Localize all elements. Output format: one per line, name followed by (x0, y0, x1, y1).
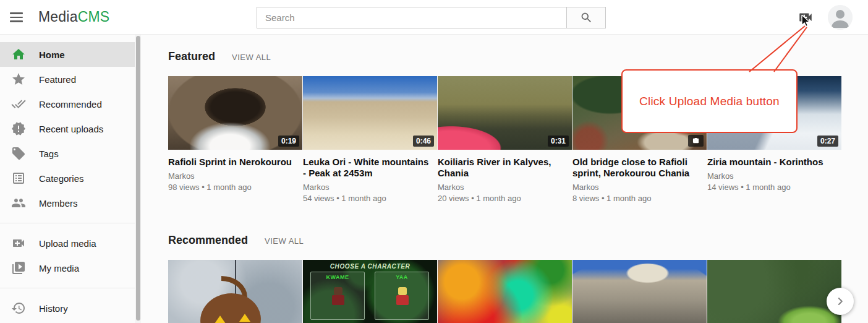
video-card[interactable]: CHOOSE A CHARACTER KWAME YAA Selected Se… (303, 260, 437, 323)
section-title-featured: Featured (168, 50, 215, 63)
search-input[interactable] (257, 7, 567, 28)
video-meta: 20 views • 1 month ago (438, 194, 572, 203)
character-name: KWAME (311, 274, 364, 280)
sidebar-item-recent-uploads[interactable]: Recent uploads (0, 116, 135, 141)
video-thumbnail[interactable] (707, 260, 841, 323)
sidebar-item-my-media[interactable]: My media (0, 256, 135, 280)
recommended-card-row: CHOOSE A CHARACTER KWAME YAA Selected Se… (168, 260, 868, 323)
character-sprite (396, 295, 409, 305)
sidebar-item-label: Home (39, 50, 65, 60)
section-title-recommended: Recommended (168, 234, 248, 247)
video-author[interactable]: Markos (168, 171, 302, 181)
video-title[interactable]: Leuka Ori - White mountains - Peak at 24… (303, 157, 437, 179)
pumpkin-eye (215, 316, 226, 323)
character-name: YAA (375, 274, 428, 280)
video-thumbnail[interactable] (438, 260, 572, 323)
sidebar-item-label: Recommended (39, 99, 102, 110)
video-card[interactable] (168, 260, 302, 323)
video-thumbnail[interactable]: 0:19 (168, 76, 302, 150)
sidebar-item-label: History (39, 303, 68, 314)
search-button[interactable] (567, 7, 606, 28)
video-meta: 8 views • 1 month ago (572, 194, 707, 203)
video-author[interactable]: Markos (438, 183, 572, 192)
double-check-icon (11, 97, 26, 111)
video-card[interactable] (707, 260, 841, 323)
logo[interactable]: MediaCMS (38, 9, 109, 25)
user-avatar[interactable] (828, 5, 853, 30)
new-releases-icon (11, 121, 26, 136)
video-library-icon (11, 261, 26, 275)
chevron-right-icon (832, 293, 848, 309)
search-icon (580, 11, 593, 24)
recommended-view-all-link[interactable]: VIEW ALL (265, 236, 304, 246)
video-thumbnail[interactable]: 0:46 (303, 76, 437, 150)
search-bar (257, 7, 606, 28)
sidebar-scrollbar-thumb[interactable] (136, 36, 140, 321)
sidebar-item-tags[interactable]: Tags (0, 141, 135, 166)
people-icon (11, 196, 26, 210)
sidebar-item-recommended[interactable]: Recommended (0, 92, 135, 116)
video-author[interactable]: Markos (707, 171, 841, 181)
video-title[interactable]: Ziria mountain - Korinthos (707, 157, 841, 168)
video-thumbnail[interactable] (168, 260, 302, 323)
video-call-icon (11, 236, 26, 251)
list-icon (11, 171, 26, 186)
carousel-next-button[interactable] (827, 288, 854, 315)
sidebar-divider (0, 288, 135, 288)
character-panel-left: KWAME (310, 272, 365, 320)
video-title[interactable]: Rafioli Sprint in Nerokourou (168, 157, 302, 168)
featured-section-header: Featured VIEW ALL (168, 50, 868, 63)
top-bar: MediaCMS (0, 0, 868, 35)
sidebar-item-label: Upload media (39, 238, 96, 249)
video-title[interactable]: Koiliaris River in Kalyves, Chania (438, 157, 572, 179)
sidebar-item-featured[interactable]: Featured (0, 67, 135, 92)
video-call-icon (798, 9, 814, 25)
sidebar-item-label: Recent uploads (39, 124, 103, 134)
upload-media-button[interactable] (798, 9, 814, 25)
video-thumbnail[interactable]: 0:31 (438, 76, 572, 150)
sidebar-item-label: Featured (39, 74, 76, 85)
video-card[interactable]: 0:19 Rafioli Sprint in Nerokourou Markos… (168, 76, 302, 203)
video-card[interactable]: 0:31 Koiliaris River in Kalyves, Chania … (438, 76, 572, 203)
duration-badge: 0:46 (413, 136, 434, 147)
star-icon (11, 72, 26, 87)
sidebar-item-categories[interactable]: Categories (0, 166, 135, 191)
character-sprite (334, 287, 343, 295)
pumpkin-eye (239, 314, 250, 322)
duration-badge: 0:31 (548, 136, 569, 147)
video-meta: 54 views • 1 month ago (303, 194, 437, 203)
video-meta: 98 views • 1 month ago (168, 183, 302, 192)
featured-view-all-link[interactable]: VIEW ALL (232, 53, 271, 62)
character-panel-right: YAA (375, 272, 429, 320)
sidebar-item-label: Categories (39, 173, 84, 184)
sidebar-item-label: Members (39, 198, 78, 209)
video-author[interactable]: Markos (572, 183, 707, 192)
logo-text-accent: CMS (78, 9, 110, 25)
hamburger-menu-icon[interactable] (10, 11, 25, 24)
home-icon (11, 47, 26, 62)
video-card[interactable] (572, 260, 707, 323)
video-thumbnail[interactable] (572, 260, 707, 323)
video-card[interactable] (438, 260, 572, 323)
character-sprite (332, 295, 344, 305)
person-icon (828, 5, 853, 30)
video-meta: 14 views • 1 month ago (707, 183, 841, 192)
sidebar-item-history[interactable]: History (0, 296, 135, 321)
video-thumbnail[interactable]: CHOOSE A CHARACTER KWAME YAA Selected Se… (303, 260, 437, 323)
photo-badge (688, 135, 704, 147)
sidebar-item-upload-media[interactable]: Upload media (0, 231, 135, 256)
sidebar: Home Featured Recommended Recent uploads… (0, 35, 141, 323)
video-title[interactable]: Old bridge close to Rafioli sprint, Nero… (572, 157, 707, 179)
logo-text-primary: Media (38, 9, 78, 25)
annotation-text: Click Upload Media button (639, 95, 780, 108)
tag-icon (11, 146, 26, 161)
video-card[interactable]: 0:46 Leuka Ori - White mountains - Peak … (303, 76, 437, 203)
recommended-section-header: Recommended VIEW ALL (168, 234, 868, 247)
camera-icon (692, 137, 700, 144)
duration-badge: 0:27 (817, 136, 838, 147)
pumpkin-body (198, 290, 263, 323)
video-author[interactable]: Markos (303, 183, 437, 192)
sidebar-item-home[interactable]: Home (0, 42, 135, 67)
sidebar-item-label: My media (39, 263, 79, 273)
sidebar-item-members[interactable]: Members (0, 191, 135, 215)
